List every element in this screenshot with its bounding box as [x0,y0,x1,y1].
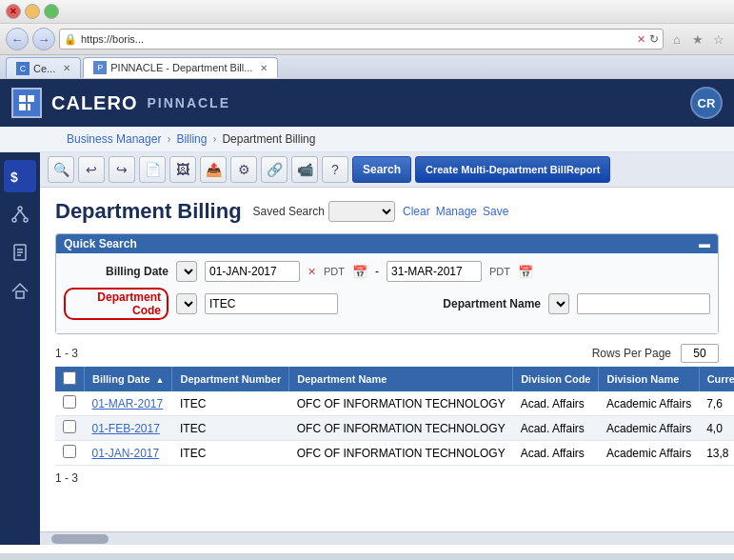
breadcrumb-item-1[interactable]: Business Manager [67,132,161,146]
rows-per-page-input[interactable] [681,344,719,363]
th-division-name[interactable]: Division Name [599,367,699,391]
tab-label-2: PINNACLE - Department Bill... [110,62,252,73]
th-division-code[interactable]: Division Code [513,367,599,391]
back-history-btn[interactable]: ↩ [78,156,105,183]
browser-minimize-btn[interactable] [25,4,40,19]
svg-rect-2 [19,104,26,110]
forward-history-btn[interactable]: ↪ [109,156,135,183]
billing-date-link[interactable]: 01-FEB-2017 [92,422,160,435]
video-btn[interactable]: 📹 [291,156,318,183]
home-nav-btn[interactable]: ⌂ [667,30,686,49]
create-report-button[interactable]: Create Multi-Department BillReport [415,156,610,183]
dept-code-label: Department Code [64,288,169,320]
breadcrumb-item-2[interactable]: Billing [176,132,207,146]
cell-billing-date: 01-MAR-2017 [85,391,172,416]
app-avatar[interactable]: CR [690,87,723,119]
address-bar[interactable]: 🔒 https://boris... ✕ ↻ [59,29,664,50]
forward-btn[interactable]: → [32,28,55,50]
billing-date-link[interactable]: 01-MAR-2017 [92,397,164,410]
cell-dept-number: ITEC [172,391,289,416]
favorites-btn[interactable]: ★ [688,30,707,49]
tab-close-1[interactable]: ✕ [63,63,70,73]
results-info: 1 - 3 Rows Per Page [55,344,719,363]
th-checkbox [55,367,85,391]
billing-date-start-pdt: PDT [324,266,345,277]
cell-dept-number: ITEC [172,441,289,466]
app: CALERO PINNACLE CR Business Manager › Bi… [0,79,734,553]
svg-rect-0 [19,95,26,102]
billing-date-end-cal[interactable]: 📅 [518,265,533,279]
th-billing-date[interactable]: Billing Date ▲ [85,367,172,391]
browser-maximize-btn[interactable] [44,4,59,19]
saved-search-links: Clear Manage Save [403,205,508,218]
row-checkbox-cell [55,391,85,416]
help-btn[interactable]: ? [322,156,348,183]
billing-date-end-input[interactable] [387,261,482,282]
dept-name-input[interactable] [577,293,710,314]
svg-text:$: $ [10,170,18,185]
sidebar-item-network[interactable] [4,198,36,230]
th-current-charges[interactable]: Current Charges [699,367,734,391]
breadcrumb-item-3: Department Billing [222,132,315,146]
row-checkbox[interactable] [63,445,76,458]
clear-link[interactable]: Clear [403,205,430,218]
save-link[interactable]: Save [483,205,508,218]
row-checkbox[interactable] [63,420,76,433]
cell-division-name: Academic Affairs [599,441,699,466]
sidebar-item-document[interactable] [4,236,36,269]
table-header-row: Billing Date ▲ Department Number Departm… [55,367,734,391]
page-title-row: Department Billing Saved Search Clear Ma… [55,199,719,224]
billing-date-start-clear[interactable]: ✕ [307,266,316,278]
page-btn[interactable]: 📄 [139,156,166,183]
back-btn[interactable]: ← [6,28,29,50]
page-content: Department Billing Saved Search Clear Ma… [40,188,734,531]
upload-btn[interactable]: 📤 [200,156,227,183]
hscroll[interactable] [40,531,734,545]
billing-date-start-input[interactable] [205,261,300,282]
quick-search-toggle[interactable]: ▬ [699,237,710,250]
billing-date-link[interactable]: 01-JAN-2017 [92,447,160,460]
settings-star-btn[interactable]: ☆ [709,30,728,49]
search-button[interactable]: Search [352,156,411,183]
browser-close-btn[interactable]: ✕ [6,4,21,19]
row-checkbox-cell [55,441,85,466]
billing-date-row: Billing Date ✕ PDT 📅 - PDT 📅 [64,261,710,282]
row-checkbox[interactable] [63,395,76,409]
saved-search-select[interactable] [328,201,395,222]
zoom-in-btn[interactable]: 🔍 [48,156,74,183]
quick-search-label: Quick Search [64,237,137,250]
quick-search-area: Quick Search ▬ Billing Date ✕ PDT 📅 - [55,233,719,334]
quick-search-bar: Quick Search ▬ [56,234,718,253]
tab-label-1: Ce... [33,63,55,74]
cell-division-code: Acad. Affairs [513,441,599,466]
dept-name-label: Department Name [443,297,541,310]
header-checkbox[interactable] [63,371,76,385]
browser-stars: ⌂ ★ ☆ [667,30,728,49]
cell-division-code: Acad. Affairs [513,416,599,441]
th-dept-name[interactable]: Department Name [289,367,513,391]
manage-link[interactable]: Manage [436,205,477,218]
sidebar-item-dollar[interactable]: $ [4,160,36,192]
link-btn[interactable]: 🔗 [261,156,288,183]
address-clear-btn[interactable]: ✕ [637,33,645,46]
hscroll-thumb[interactable] [51,534,109,544]
image-btn[interactable]: 🖼 [169,156,196,183]
dept-code-filter-select[interactable] [176,293,197,314]
tab-ce[interactable]: C Ce... ✕ [6,57,81,78]
dept-name-filter-select[interactable] [548,293,569,314]
th-dept-number[interactable]: Department Number [172,367,289,391]
billing-date-start-cal[interactable]: 📅 [352,265,367,279]
gear-btn[interactable]: ⚙ [230,156,257,183]
dept-code-input[interactable] [205,293,338,314]
tab-close-2[interactable]: ✕ [260,63,268,73]
row-checkbox-cell [55,416,85,441]
tab-pinnacle[interactable]: P PINNACLE - Department Bill... ✕ [83,57,278,78]
data-table: Billing Date ▲ Department Number Departm… [55,367,734,466]
table-row: 01-FEB-2017 ITEC OFC OF INFORMATION TECH… [55,416,734,441]
lock-icon: 🔒 [64,33,77,46]
svg-point-5 [18,207,22,210]
tab-favicon-1: C [16,62,30,75]
refresh-icon[interactable]: ↻ [649,32,659,46]
sidebar-item-home[interactable] [4,274,36,307]
billing-date-filter-select[interactable] [176,261,197,282]
